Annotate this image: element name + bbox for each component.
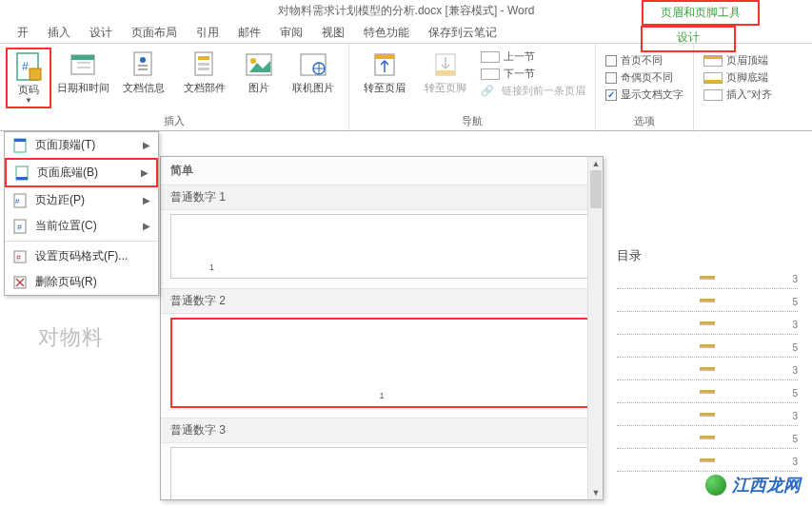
date-time-button[interactable]: 日期和时间 bbox=[53, 48, 112, 108]
link-previous-button[interactable]: 🔗链接到前一条页眉 bbox=[481, 84, 585, 98]
tab-design[interactable]: 设计 bbox=[80, 21, 122, 44]
page-bottom-gallery: 简单 普通数字 1 1 普通数字 2 1 普通数字 3 ▲ ▼ bbox=[160, 156, 604, 500]
page-number-icon: # bbox=[13, 51, 44, 82]
toc-entry[interactable]: 3 bbox=[617, 272, 798, 289]
prev-section-icon bbox=[481, 51, 500, 63]
gallery-item-plain3[interactable] bbox=[170, 447, 593, 500]
gallery-item-plain2-title: 普通数字 2 bbox=[161, 288, 603, 314]
header-from-top-button[interactable]: 页眉顶端 bbox=[703, 53, 768, 68]
picture-icon bbox=[244, 49, 274, 80]
group-nav-label: 导航 bbox=[462, 112, 483, 128]
contextual-tab-design[interactable]: 设计 bbox=[641, 26, 736, 52]
align-tab-icon bbox=[703, 89, 723, 101]
group-options-label: 选项 bbox=[634, 112, 655, 128]
insert-alignment-tab-button[interactable]: 插入"对齐 bbox=[703, 88, 772, 102]
toc-title: 目录 bbox=[617, 247, 798, 264]
current-pos-icon: # bbox=[12, 219, 28, 234]
tab-insert[interactable]: 插入 bbox=[38, 21, 80, 44]
checkbox-icon bbox=[605, 55, 617, 67]
picture-button[interactable]: 图片 bbox=[236, 48, 282, 108]
toc-entry[interactable]: 3 bbox=[617, 409, 798, 426]
scroll-up-icon[interactable]: ▲ bbox=[588, 157, 604, 170]
tab-review[interactable]: 审阅 bbox=[270, 21, 312, 44]
footer-from-bottom-button[interactable]: 页脚底端 bbox=[703, 70, 768, 85]
first-page-different-checkbox[interactable]: 首页不同 bbox=[605, 53, 663, 68]
online-picture-label: 联机图片 bbox=[292, 82, 334, 94]
tab-special[interactable]: 特色功能 bbox=[354, 21, 419, 44]
ribbon-group-position: 页眉顶端 页脚底端 插入"对齐 bbox=[694, 44, 782, 130]
svg-text:#: # bbox=[16, 253, 21, 263]
ribbon-group-options: 首页不同 奇偶页不同 显示文档文字 选项 bbox=[596, 44, 694, 130]
tab-references[interactable]: 引用 bbox=[187, 21, 228, 44]
tab-page-layout[interactable]: 页面布局 bbox=[122, 21, 187, 44]
toc-entry[interactable]: 5 bbox=[617, 341, 798, 358]
svg-rect-7 bbox=[134, 52, 151, 75]
next-section-button[interactable]: 下一节 bbox=[481, 67, 535, 81]
menu-remove-page-numbers[interactable]: 删除页码(R) bbox=[5, 269, 158, 295]
footer-bottom-icon bbox=[703, 72, 723, 84]
chevron-right-icon: ▶ bbox=[141, 167, 149, 178]
page-number-dropdown: 页面顶端(T)▶ 页面底端(B)▶ # 页边距(P)▶ # 当前位置(C)▶ #… bbox=[4, 131, 159, 296]
chevron-right-icon: ▶ bbox=[143, 195, 150, 205]
page-top-icon bbox=[12, 138, 28, 153]
online-picture-button[interactable]: 联机图片 bbox=[284, 48, 343, 108]
page-number-button[interactable]: # 页码 ▼ bbox=[6, 48, 51, 108]
svg-rect-27 bbox=[14, 139, 26, 142]
picture-label: 图片 bbox=[248, 82, 269, 94]
menu-current-position[interactable]: # 当前位置(C)▶ bbox=[5, 213, 158, 239]
doc-parts-label: 文档部件 bbox=[184, 82, 226, 94]
toc-entry[interactable]: 5 bbox=[617, 432, 798, 449]
chevron-right-icon: ▶ bbox=[143, 140, 150, 150]
svg-rect-2 bbox=[30, 68, 41, 80]
svg-text:#: # bbox=[22, 60, 29, 73]
svg-rect-4 bbox=[71, 55, 94, 60]
scroll-down-icon[interactable]: ▼ bbox=[588, 486, 604, 499]
menu-page-bottom[interactable]: 页面底端(B)▶ bbox=[5, 158, 158, 187]
document-toc: 目录 3 5 3 5 3 5 3 5 3 bbox=[617, 247, 798, 477]
toc-entry[interactable]: 3 bbox=[617, 363, 798, 380]
contextual-tab-group[interactable]: 页眉和页脚工具 bbox=[642, 0, 760, 26]
svg-rect-25 bbox=[436, 70, 455, 75]
watermark: 江西龙网 bbox=[705, 474, 801, 496]
gallery-item-plain2[interactable]: 1 bbox=[170, 318, 593, 408]
doc-info-button[interactable]: 文档信息 bbox=[114, 48, 173, 108]
separator bbox=[5, 241, 158, 242]
online-picture-icon bbox=[298, 49, 328, 80]
menu-page-top[interactable]: 页面顶端(T)▶ bbox=[5, 132, 158, 158]
tab-cloud-save[interactable]: 保存到云笔记 bbox=[419, 21, 506, 44]
goto-header-label: 转至页眉 bbox=[364, 82, 406, 94]
goto-footer-button[interactable]: 转至页脚 bbox=[416, 48, 475, 100]
checkbox-icon bbox=[605, 72, 617, 84]
menu-page-margins[interactable]: # 页边距(P)▶ bbox=[5, 187, 158, 213]
window-title: 对物料需求计划模型的分析.docx [兼容模式] - Word bbox=[278, 3, 535, 19]
gallery-scrollbar[interactable]: ▲ ▼ bbox=[587, 157, 603, 499]
svg-rect-12 bbox=[198, 56, 209, 60]
svg-rect-14 bbox=[198, 68, 209, 70]
tab-view[interactable]: 视图 bbox=[312, 21, 354, 44]
menu-format-page-numbers[interactable]: # 设置页码格式(F)... bbox=[5, 243, 158, 269]
tab-start[interactable]: 开 bbox=[8, 21, 38, 44]
page-number-label: 页码 bbox=[18, 84, 39, 96]
format-icon: # bbox=[12, 249, 28, 264]
toc-entry[interactable]: 5 bbox=[617, 386, 798, 403]
show-doc-text-checkbox[interactable]: 显示文档文字 bbox=[605, 88, 683, 102]
margins-icon: # bbox=[12, 193, 28, 208]
checkbox-checked-icon bbox=[605, 89, 617, 101]
svg-rect-9 bbox=[138, 65, 148, 67]
odd-even-different-checkbox[interactable]: 奇偶页不同 bbox=[605, 70, 673, 85]
prev-section-button[interactable]: 上一节 bbox=[481, 49, 535, 64]
svg-rect-29 bbox=[16, 177, 28, 180]
gallery-item-plain1[interactable]: 1 bbox=[170, 214, 593, 279]
section-nav-list: 上一节 下一节 🔗链接到前一条页眉 bbox=[477, 48, 589, 100]
toc-entry[interactable]: 3 bbox=[617, 318, 798, 335]
goto-footer-label: 转至页脚 bbox=[425, 82, 466, 94]
toc-entry[interactable]: 3 bbox=[617, 455, 798, 472]
tab-mailings[interactable]: 邮件 bbox=[228, 21, 270, 44]
scroll-thumb[interactable] bbox=[590, 170, 602, 208]
gallery-item-plain3-title: 普通数字 3 bbox=[161, 418, 603, 443]
doc-parts-button[interactable]: 文档部件 bbox=[175, 48, 234, 108]
svg-point-16 bbox=[250, 58, 256, 64]
goto-header-button[interactable]: 转至页眉 bbox=[355, 48, 414, 100]
toc-entry[interactable]: 5 bbox=[617, 295, 798, 312]
document-body-text: 对物料 bbox=[38, 323, 104, 352]
